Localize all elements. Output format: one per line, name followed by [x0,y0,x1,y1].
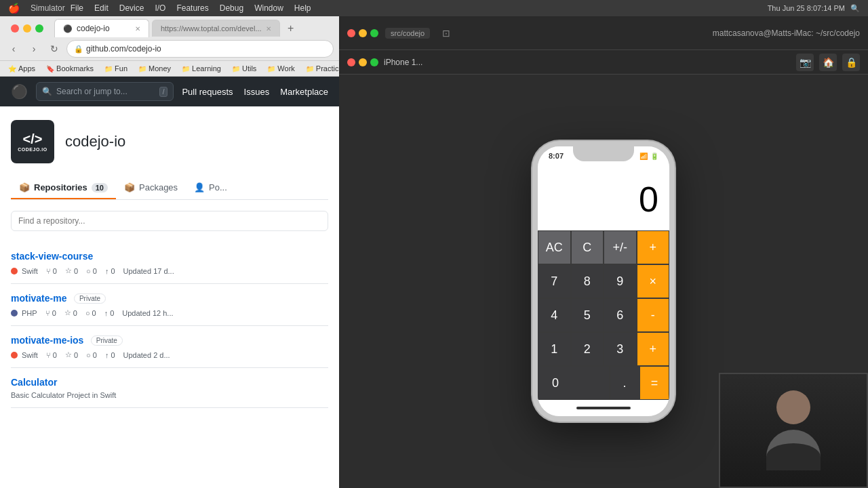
repo-name-calculator[interactable]: Calculator [11,377,57,388]
sim-close[interactable] [347,58,355,66]
home-button-toolbar[interactable]: 🏠 [819,54,837,71]
calc-minus[interactable]: - [637,298,670,332]
menu-debug[interactable]: Debug [220,3,243,13]
menu-features[interactable]: Features [176,3,208,13]
sim-toolbar-icons: 📷 🏠 🔒 [796,54,860,71]
find-repo-input[interactable] [11,211,328,231]
lock-button[interactable]: 🔒 [842,54,860,71]
url-text: github.com/codejo-io [86,44,161,54]
bookmark-money[interactable]: 📁 Money [136,63,174,74]
lang-dot-swift-ios [11,352,18,359]
avatar: </> CODEJO.IO [11,120,54,163]
calc-2[interactable]: 2 [571,332,604,366]
calc-7[interactable]: 7 [538,264,571,298]
menu-io[interactable]: I/O [155,3,165,13]
star-icon-2: ☆ [64,308,71,317]
refresh-button[interactable]: ↻ [46,41,62,57]
iphone-device: 8:07 📶 🔋 0 AC C +/- + [532,141,675,422]
search-icon: 🔍 [42,87,52,96]
calc-0[interactable]: 0 [538,366,610,400]
terminal-traffic-lights [347,29,378,37]
back-button[interactable]: ‹ [5,41,22,57]
app-name: Simulator [31,3,65,13]
calc-ac[interactable]: AC [538,230,571,264]
calc-multiply[interactable]: × [637,264,670,298]
browser-tab-active[interactable]: ⚫ codejo-io ✕ [54,19,149,37]
bookmark-work-label: Work [277,64,294,73]
calc-plusminus[interactable]: +/- [604,230,637,264]
repo-prs-2: ↑ 0 [104,309,115,317]
forward-button[interactable]: › [26,41,42,57]
menu-device[interactable]: Device [119,3,144,13]
terminal-maximize[interactable] [370,29,378,37]
calc-9[interactable]: 9 [604,264,637,298]
sim-minimize[interactable] [359,58,367,66]
github-search[interactable]: 🔍 Search or jump to... / [36,82,174,101]
bookmark-bookmarks[interactable]: 🔖 Bookmarks [43,63,96,74]
nav-pullrequests[interactable]: Pull requests [182,84,233,100]
repo-updated: Updated 17 d... [123,267,174,275]
calc-1[interactable]: 1 [538,332,571,366]
calc-5[interactable]: 5 [571,298,604,332]
nav-marketplace[interactable]: Marketplace [280,84,328,100]
calc-plus[interactable]: + [637,332,670,366]
tab-packages[interactable]: 📦 Packages [116,177,186,199]
learning-icon: 📁 [182,65,190,73]
repo-description: Basic Calculator Project in Swift [11,391,328,399]
home-bar-line [576,407,631,409]
repo-count: 10 [92,183,108,192]
terminal-minimize[interactable] [359,29,367,37]
terminal-split-icon[interactable]: ⊡ [442,28,450,39]
bookmark-work[interactable]: 📁 Work [264,63,297,74]
menu-help[interactable]: Help [294,3,311,13]
practice-icon: 📁 [306,65,314,73]
repo-name-motivate[interactable]: motivate-me [11,293,66,304]
sim-maximize[interactable] [370,58,378,66]
menu-edit[interactable]: Edit [94,3,108,13]
close-button[interactable] [11,24,19,33]
nav-issues[interactable]: Issues [244,84,270,100]
tab-repositories-label: Repositories [34,182,87,192]
repo-forks: ⑂ 0 [46,267,57,275]
packages-tab-icon: 📦 [124,182,135,192]
screenshot-button[interactable]: 📷 [796,54,814,71]
minimize-button[interactable] [23,24,31,33]
calc-c[interactable]: C [571,230,604,264]
calc-row-4: 1 2 3 + [538,332,669,366]
repo-name[interactable]: stack-view-course [11,251,93,262]
calc-equals[interactable]: = [639,366,669,400]
new-tab-button[interactable]: + [283,20,299,37]
bookmark-fun[interactable]: 📁 Fun [102,63,130,74]
repo-name-motivate-ios[interactable]: motivate-me-ios [11,335,83,346]
calc-3[interactable]: 3 [604,332,637,366]
calc-plus-op[interactable]: + [637,230,670,264]
tab-close-inactive[interactable]: ✕ [266,25,271,33]
tab-repositories[interactable]: 📦 Repositories 10 [11,177,116,199]
lock-icon: 🔒 [74,45,83,54]
bookmark-apps[interactable]: ⭐ Apps [5,63,38,74]
menu-file[interactable]: File [71,3,83,13]
battery-icon: 🔋 [650,152,658,160]
repo-meta: Swift ⑂ 0 ☆ 0 ○ 0 ↑ 0 Updated 17 d... [11,266,328,275]
money-icon: 📁 [138,65,146,73]
star-icon-3: ☆ [65,350,72,359]
apple-icon: 🍎 [8,3,20,14]
menu-window[interactable]: Window [254,3,283,13]
calc-dot[interactable]: . [610,366,639,400]
tab-close-active[interactable]: ✕ [135,25,140,33]
fork-icon-3: ⑂ [46,351,51,359]
calc-6[interactable]: 6 [604,298,637,332]
search-icon[interactable]: 🔍 [850,4,860,13]
repo-item-stack-view-course: stack-view-course Swift ⑂ 0 ☆ 0 ○ 0 ↑ 0 [11,242,328,284]
tab-people[interactable]: 👤 Po... [186,177,235,199]
address-bar[interactable]: 🔒 github.com/codejo-io [66,40,334,58]
bookmark-learning[interactable]: 📁 Learning [179,63,224,74]
calc-8[interactable]: 8 [571,264,604,298]
maximize-button[interactable] [35,24,43,33]
bookmark-utils[interactable]: 📁 Utils [229,63,259,74]
browser-chrome: ⚫ codejo-io ✕ https://www.toptal.com/dev… [0,16,339,77]
browser-tab-inactive[interactable]: https://www.toptal.com/devel... ✕ [152,20,280,37]
terminal-close[interactable] [347,29,355,37]
calc-4[interactable]: 4 [538,298,571,332]
github-tabs: 📦 Repositories 10 📦 Packages 👤 Po... [11,177,328,200]
